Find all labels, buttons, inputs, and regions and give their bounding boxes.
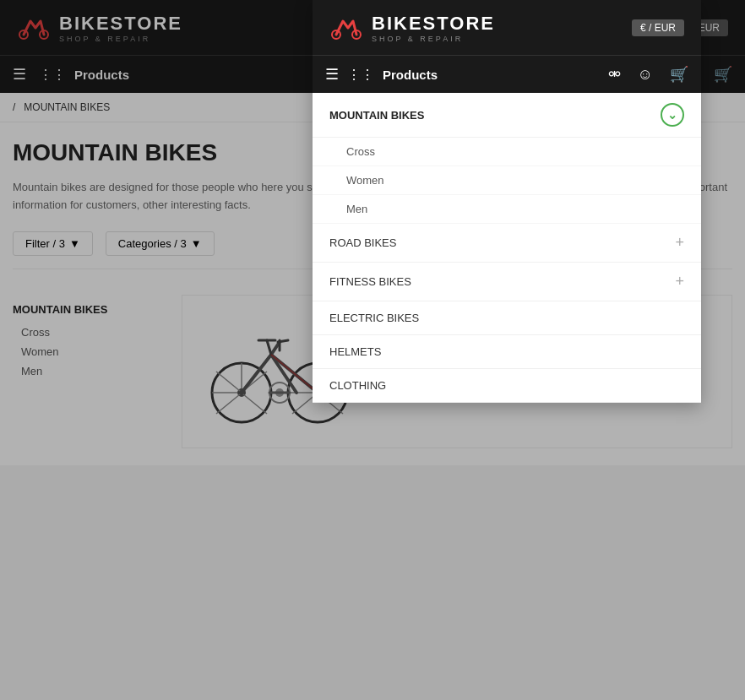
menu-item-clothing[interactable]: CLOTHING: [313, 369, 701, 403]
dropdown-currency[interactable]: € / EUR: [632, 19, 684, 36]
dropdown-grid-icon[interactable]: ⋮⋮: [347, 67, 374, 83]
dropdown-nav-icons: ⚮ ☺ 🛒: [608, 65, 688, 84]
dropdown-account-icon[interactable]: ☺: [638, 66, 653, 84]
plus-icon-fitness-bikes[interactable]: +: [675, 273, 684, 290]
menu-item-men[interactable]: Men: [313, 195, 701, 224]
menu-item-label-helmets: HELMETS: [329, 345, 381, 358]
menu-item-electric-bikes[interactable]: ELECTRIC BIKES: [313, 301, 701, 335]
dropdown-panel: BIKESTORE SHOP & REPAIR € / EUR ☰ ⋮⋮ Pro…: [313, 0, 701, 403]
menu-item-label-mountain-bikes: MOUNTAIN BIKES: [329, 109, 424, 122]
dropdown-logo-sub: SHOP & REPAIR: [372, 35, 495, 43]
menu-item-fitness-bikes[interactable]: FITNESS BIKES +: [313, 263, 701, 301]
dropdown-nav: ☰ ⋮⋮ Products ⚮ ☺ 🛒: [313, 55, 701, 93]
menu-item-mountain-bikes[interactable]: MOUNTAIN BIKES ⌄: [313, 93, 701, 138]
menu-item-road-bikes[interactable]: ROAD BIKES +: [313, 224, 701, 263]
menu-item-cross[interactable]: Cross: [313, 138, 701, 166]
menu-item-label-clothing: CLOTHING: [329, 379, 386, 392]
dropdown-search-icon[interactable]: ⚮: [608, 65, 621, 84]
expand-button-mountain-bikes[interactable]: ⌄: [661, 103, 684, 127]
dropdown-cart-icon[interactable]: 🛒: [670, 65, 688, 84]
menu-item-label-fitness-bikes: FITNESS BIKES: [329, 275, 411, 288]
dropdown-logo-main: BIKESTORE: [372, 13, 495, 35]
dropdown-header: BIKESTORE SHOP & REPAIR € / EUR: [313, 0, 701, 55]
menu-item-label-electric-bikes: ELECTRIC BIKES: [329, 312, 419, 324]
menu-item-women[interactable]: Women: [313, 166, 701, 195]
dropdown-hamburger-icon[interactable]: ☰: [325, 65, 339, 84]
chevron-down-icon: ⌄: [667, 108, 677, 122]
plus-icon-road-bikes[interactable]: +: [675, 234, 684, 252]
dropdown-products-label[interactable]: Products: [383, 68, 600, 82]
dropdown-logo-icon: [329, 11, 363, 45]
dropdown-logo-text: BIKESTORE SHOP & REPAIR: [372, 13, 495, 43]
menu-item-label-road-bikes: ROAD BIKES: [329, 236, 396, 249]
dropdown-logo-area: BIKESTORE SHOP & REPAIR: [329, 11, 495, 45]
menu-item-helmets[interactable]: HELMETS: [313, 335, 701, 369]
